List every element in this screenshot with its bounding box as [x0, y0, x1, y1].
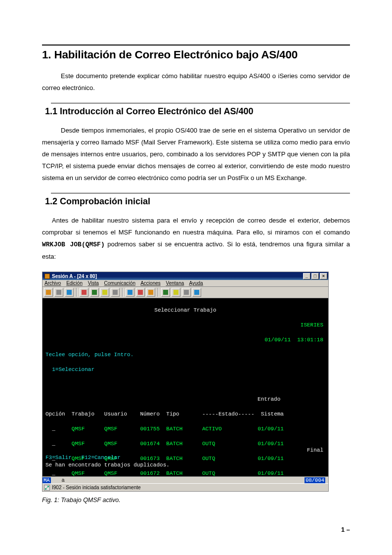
table-row: _ QMSF QMSF 001672 BATCH OUTQ 01/09/11 [45, 470, 325, 476]
menu-archivo[interactable]: Archivo [44, 280, 61, 286]
figure-caption: Fig. 1: Trabajo QMSF activo. [42, 497, 350, 504]
connection-icon [44, 485, 50, 491]
toolbar-button[interactable] [182, 288, 191, 297]
intro-paragraph: Este documento pretende explicar cómo ha… [42, 70, 350, 94]
toolbar-button[interactable] [161, 288, 170, 297]
toolbar-button[interactable] [90, 288, 99, 297]
toolbar-button[interactable] [126, 288, 134, 297]
doc-heading-1-1: 1.1 Introducción al Correo Electrónico d… [45, 106, 350, 117]
terminal-window: Sesión A - [24 x 80] _ □ × Archivo Edici… [42, 272, 329, 492]
page-number: 1 – [341, 526, 350, 533]
message-line: Se han encontrado trabajos duplicados. [45, 462, 170, 469]
status-text: I902 - Sesión iniciada satisfactoriament… [52, 485, 141, 490]
toolbar [43, 287, 328, 298]
close-button[interactable]: × [320, 273, 327, 279]
menu-bar: Archivo Edición Vista Comunicación Accio… [43, 280, 328, 287]
toolbar-button[interactable] [54, 288, 63, 297]
menu-vista[interactable]: Vista [88, 280, 99, 286]
fkeys: F3=Salir F12=Cancelar [45, 454, 121, 462]
final-indicator: Final [307, 447, 323, 454]
toolbar-button[interactable] [65, 288, 74, 297]
toolbar-button[interactable] [44, 288, 53, 297]
menu-acciones[interactable]: Acciones [140, 280, 161, 286]
toolbar-button[interactable] [146, 288, 155, 297]
col-headers-top: Entrado [45, 396, 325, 403]
menu-comunicacion[interactable]: Comunicación [104, 280, 135, 286]
maximize-button[interactable]: □ [311, 273, 319, 279]
screen-date: 01/09/11 [264, 337, 291, 343]
doc-heading-1-2: 1.2 Comprobación inicial [45, 196, 350, 207]
screen-time: 13:01:18 [297, 337, 323, 343]
toolbar-button[interactable] [136, 288, 145, 297]
doc-heading-1: 1. Habilitación de Correo Electrónico ba… [42, 48, 350, 61]
status-bar: I902 - Sesión iniciada satisfactoriament… [43, 483, 328, 491]
oia-line: MAa 08/004 [43, 476, 328, 483]
prompt-line: Teclee opción, pulse Intro. [45, 351, 325, 359]
s1-paragraph: Desde tiempos inmemoriales, el propio OS… [42, 125, 350, 184]
option-hint: 1=Seleccionar [45, 366, 325, 373]
window-titlebar: Sesión A - [24 x 80] _ □ × [43, 272, 328, 280]
terminal-body: Seleccionar Trabajo ISERIES 01/09/11 13:… [43, 298, 328, 476]
svg-line-2 [46, 486, 48, 489]
menu-edicion[interactable]: Edición [66, 280, 83, 286]
toolbar-button[interactable] [111, 288, 120, 297]
screen-title: Seleccionar Trabajo [45, 307, 325, 314]
table-row: _ QMSF QMSF 001674 BATCH OUTQ 01/09/11 [45, 440, 325, 448]
toolbar-button[interactable] [192, 288, 201, 297]
toolbar-button[interactable] [80, 288, 88, 297]
col-headers: Opción Trabajo Usuario Número Tipo -----… [45, 411, 325, 418]
window-title: Sesión A - [24 x 80] [52, 274, 97, 279]
toolbar-button[interactable] [100, 288, 109, 297]
inline-command: WRKJOB JOB(QMSF) [42, 241, 105, 248]
app-icon [44, 274, 50, 279]
table-row: _ QMSF QMSF 001755 BATCH ACTIVO 01/09/11 [45, 425, 325, 433]
minimize-button[interactable]: _ [303, 273, 310, 279]
menu-ayuda[interactable]: Ayuda [189, 280, 203, 286]
system-name: ISERIES [301, 322, 323, 328]
toolbar-button[interactable] [172, 288, 180, 297]
menu-ventana[interactable]: Ventana [166, 280, 184, 286]
s2-paragraph: Antes de habilitar nuestro sistema para … [42, 215, 350, 263]
